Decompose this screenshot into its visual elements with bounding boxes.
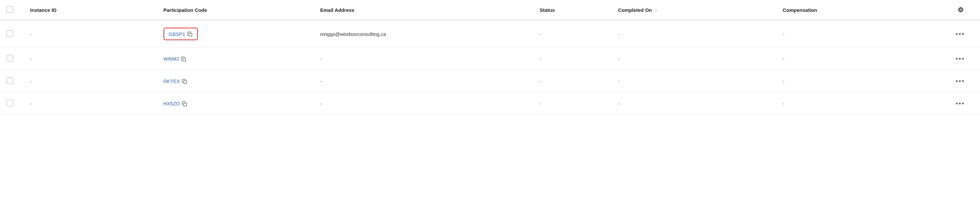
- svg-rect-2: [184, 81, 187, 84]
- copy-icon[interactable]: [180, 101, 187, 106]
- copy-icon[interactable]: [180, 78, 187, 84]
- row-checkbox[interactable]: [6, 55, 13, 62]
- cell-email-address: -: [313, 70, 533, 92]
- cell-status: -: [533, 20, 612, 48]
- cell-participation-code: WI6M2: [157, 48, 314, 70]
- cell-email-address: -: [313, 48, 533, 70]
- cell-participation-code: HX5ZO: [157, 92, 314, 115]
- header-participation-code: Participation Code: [157, 0, 314, 20]
- header-compensation-label: Compensation: [783, 7, 817, 13]
- header-completed-on[interactable]: Completed On ↑: [611, 0, 776, 20]
- header-email-address: Email Address: [313, 0, 533, 20]
- cell-actions: •••: [941, 48, 980, 70]
- sort-asc-icon: ↑: [655, 8, 657, 13]
- cell-compensation: -: [776, 20, 941, 48]
- header-status-label: Status: [540, 7, 555, 13]
- row-checkbox[interactable]: [6, 78, 13, 84]
- row-checkbox[interactable]: [6, 100, 13, 106]
- cell-instance-id: -: [24, 20, 157, 48]
- participation-code-link[interactable]: HX5ZO: [164, 101, 180, 106]
- cell-instance-id: -: [24, 48, 157, 70]
- cell-completed-on: -: [611, 70, 776, 92]
- copy-icon[interactable]: [179, 56, 186, 62]
- cell-status: -: [533, 48, 612, 70]
- cell-instance-id: -: [24, 92, 157, 115]
- cell-email-address: mriggs@windsorconsulting.ca: [313, 20, 533, 48]
- participation-code-link[interactable]: RKTEX: [164, 78, 180, 84]
- cell-compensation: -: [776, 70, 941, 92]
- participation-code-link[interactable]: GBSP1: [169, 31, 185, 37]
- header-settings[interactable]: ⚙: [941, 0, 980, 20]
- header-completed-on-label: Completed On: [618, 7, 652, 13]
- table-row: -RKTEX ----•••: [0, 70, 980, 92]
- gear-icon[interactable]: ⚙: [958, 6, 964, 14]
- header-compensation: Compensation: [776, 0, 941, 20]
- header-status: Status: [533, 0, 612, 20]
- cell-compensation: -: [776, 48, 941, 70]
- cell-email-address: -: [313, 92, 533, 115]
- row-actions-menu-button[interactable]: •••: [956, 31, 965, 37]
- header-participation-code-label: Participation Code: [164, 7, 207, 13]
- highlighted-participation-wrapper: GBSP1: [164, 28, 198, 40]
- cell-actions: •••: [941, 70, 980, 92]
- cell-status: -: [533, 70, 612, 92]
- header-instance-id: Instance ID: [24, 0, 157, 20]
- table-row: -GBSP1 mriggs@windsorconsulting.ca---•••: [0, 20, 980, 48]
- cell-instance-id: -: [24, 70, 157, 92]
- cell-actions: •••: [941, 20, 980, 48]
- row-actions-menu-button[interactable]: •••: [956, 78, 965, 84]
- table-row: -HX5ZO ----•••: [0, 92, 980, 115]
- cell-participation-code: RKTEX: [157, 70, 314, 92]
- copy-icon[interactable]: [185, 31, 192, 37]
- row-checkbox[interactable]: [6, 30, 13, 37]
- participation-code-link[interactable]: WI6M2: [164, 56, 180, 62]
- cell-status: -: [533, 92, 612, 115]
- main-table-container: Instance ID Participation Code Email Add…: [0, 0, 980, 217]
- svg-rect-3: [184, 103, 187, 106]
- cell-actions: •••: [941, 92, 980, 115]
- cell-participation-code: GBSP1: [157, 20, 314, 48]
- header-email-address-label: Email Address: [320, 7, 355, 13]
- cell-completed-on: -: [611, 92, 776, 115]
- header-checkbox-col: [0, 0, 24, 20]
- svg-rect-1: [183, 58, 186, 61]
- header-instance-id-label: Instance ID: [30, 7, 56, 13]
- row-actions-menu-button[interactable]: •••: [956, 55, 965, 62]
- select-all-checkbox[interactable]: [6, 6, 13, 13]
- table-body: -GBSP1 mriggs@windsorconsulting.ca---•••…: [0, 20, 980, 115]
- table-row: -WI6M2 ----•••: [0, 48, 980, 70]
- svg-rect-0: [189, 33, 192, 36]
- data-table: Instance ID Participation Code Email Add…: [0, 0, 980, 115]
- row-actions-menu-button[interactable]: •••: [956, 100, 965, 107]
- cell-completed-on: -: [611, 48, 776, 70]
- table-header-row: Instance ID Participation Code Email Add…: [0, 0, 980, 20]
- cell-compensation: -: [776, 92, 941, 115]
- cell-completed-on: -: [611, 20, 776, 48]
